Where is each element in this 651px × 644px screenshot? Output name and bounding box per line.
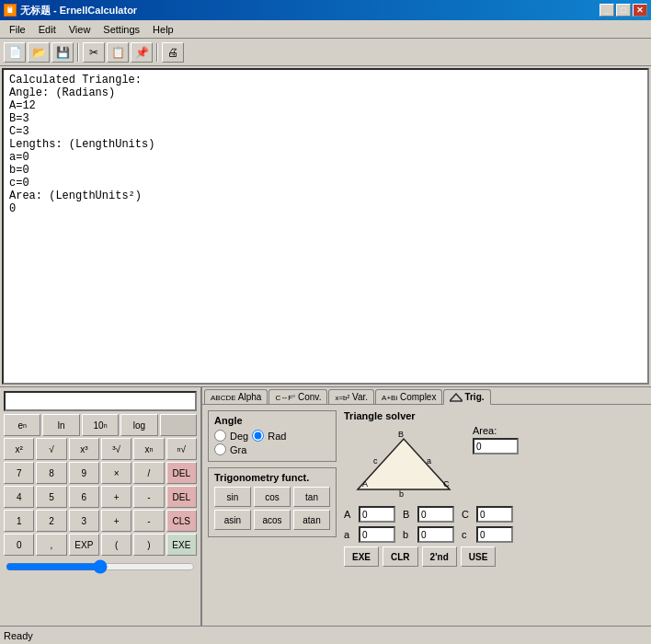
key-plus[interactable]: +: [101, 486, 131, 508]
new-button[interactable]: 📄: [4, 42, 26, 63]
key-dot[interactable]: ,: [36, 534, 66, 556]
angle-title: Angle: [214, 415, 330, 426]
key-cls[interactable]: CLS: [166, 510, 197, 532]
menu-file[interactable]: File: [4, 23, 31, 36]
minimize-button[interactable]: _: [600, 4, 614, 17]
tan-button[interactable]: tan: [293, 487, 330, 507]
angle-rad-label: Rad: [268, 431, 286, 442]
key-nrt[interactable]: n√: [166, 438, 197, 460]
print-button[interactable]: 🖨: [162, 42, 184, 63]
menu-edit[interactable]: Edit: [33, 23, 62, 36]
key-8[interactable]: 8: [36, 462, 66, 484]
key-plus2[interactable]: +: [101, 510, 131, 532]
tab-complex[interactable]: A+Bi Complex: [375, 389, 442, 404]
tab-var[interactable]: x=b² Var.: [328, 389, 374, 404]
key-rparen[interactable]: ): [133, 534, 164, 556]
menu-settings[interactable]: Settings: [97, 23, 145, 36]
asin-button[interactable]: asin: [214, 510, 251, 530]
trig-funct-title: Trigonometry funct.: [214, 472, 330, 483]
keypad: en ln 10n log x² √ x³ ³√ xn n√ 7 8 9: [0, 387, 202, 626]
sin-button[interactable]: sin: [214, 487, 251, 507]
tab-conv[interactable]: C↔F° Conv.: [268, 389, 327, 404]
acos-button[interactable]: acos: [254, 510, 291, 530]
second-button[interactable]: 2'nd: [422, 546, 457, 567]
key-5[interactable]: 5: [36, 486, 66, 508]
input-C[interactable]: [476, 506, 513, 523]
key-log[interactable]: log: [120, 414, 157, 436]
key-1[interactable]: 1: [4, 510, 34, 532]
angle-rad-radio[interactable]: [252, 430, 264, 442]
key-9[interactable]: 9: [69, 462, 99, 484]
triangle-svg: A B C c a b: [344, 425, 463, 499]
trig-funct-section: Trigonometry funct. sin cos tan asin aco…: [208, 467, 337, 537]
menu-help[interactable]: Help: [147, 23, 179, 36]
volume-slider[interactable]: [6, 559, 195, 574]
key-exe[interactable]: EXE: [166, 534, 197, 556]
key-minus[interactable]: -: [133, 486, 164, 508]
key-en[interactable]: en: [4, 414, 40, 436]
clr-button[interactable]: CLR: [383, 546, 418, 567]
triangle-solver: Triangle solver A B: [344, 410, 645, 620]
angle-deg-radio[interactable]: [214, 430, 226, 442]
solver-a-row: a: [344, 526, 395, 543]
key-exp[interactable]: EXP: [69, 534, 99, 556]
key-10n[interactable]: 10n: [82, 414, 119, 436]
label-c: c: [462, 529, 473, 540]
key-0[interactable]: 0: [4, 534, 34, 556]
key-x2[interactable]: x²: [4, 438, 34, 460]
output-line: Calculated Triangle:: [9, 74, 642, 86]
input-c[interactable]: [476, 526, 513, 543]
input-B[interactable]: [417, 506, 454, 523]
maximize-button[interactable]: □: [616, 4, 631, 17]
key-cbrt[interactable]: ³√: [101, 438, 131, 460]
svg-text:C: C: [443, 479, 450, 489]
action-buttons: EXE CLR 2'nd USE: [344, 546, 645, 567]
exe-button[interactable]: EXE: [344, 546, 379, 567]
close-button[interactable]: ✕: [633, 4, 647, 17]
key-sqrt[interactable]: √: [36, 438, 66, 460]
save-button[interactable]: 💾: [51, 42, 74, 63]
menu-view[interactable]: View: [63, 23, 97, 36]
keypad-row-6: 0 , EXP ( ) EXE: [4, 534, 197, 556]
display-input[interactable]: [4, 391, 197, 411]
key-2[interactable]: 2: [36, 510, 66, 532]
key-6[interactable]: 6: [69, 486, 99, 508]
status-bar: Ready: [0, 626, 651, 644]
angle-gra-radio[interactable]: [214, 443, 226, 455]
atan-button[interactable]: atan: [293, 510, 330, 530]
paste-button[interactable]: 📌: [131, 42, 153, 63]
input-a[interactable]: [359, 526, 395, 543]
cut-button[interactable]: ✂: [83, 42, 105, 63]
tab-trig[interactable]: Trig.: [443, 389, 490, 405]
area-input[interactable]: [473, 438, 519, 454]
key-div[interactable]: /: [133, 462, 164, 484]
output-line: a=0: [9, 151, 642, 164]
input-A[interactable]: [359, 506, 395, 523]
key-3[interactable]: 3: [69, 510, 99, 532]
copy-button[interactable]: 📋: [107, 42, 129, 63]
keypad-row-5: 1 2 3 + - CLS: [4, 510, 197, 532]
tab-alpha[interactable]: ABCDE Alpha: [204, 389, 268, 404]
use-button[interactable]: USE: [461, 546, 497, 567]
key-4[interactable]: 4: [4, 486, 34, 508]
solver-c-row: c: [462, 526, 513, 543]
main-content: Calculated Triangle: Angle: (Radians) A=…: [0, 66, 651, 626]
key-7[interactable]: 7: [4, 462, 34, 484]
key-minus2[interactable]: -: [133, 510, 164, 532]
tab-bar: ABCDE Alpha C↔F° Conv. x=b² Var. A+Bi Co…: [202, 387, 651, 405]
output-line: 0: [9, 202, 642, 215]
key-del[interactable]: DEL: [166, 462, 197, 484]
key-xn[interactable]: xn: [133, 438, 164, 460]
label-A: A: [344, 509, 355, 520]
toolbar-separator: [77, 43, 79, 62]
key-lparen[interactable]: (: [101, 534, 131, 556]
svg-marker-0: [450, 394, 463, 401]
key-ln[interactable]: ln: [42, 414, 79, 436]
cos-button[interactable]: cos: [254, 487, 291, 507]
output-line: c=0: [9, 177, 642, 190]
open-button[interactable]: 📂: [28, 42, 50, 63]
key-x3[interactable]: x³: [69, 438, 99, 460]
key-del2[interactable]: DEL: [166, 486, 197, 508]
key-mul[interactable]: ×: [101, 462, 131, 484]
input-b[interactable]: [417, 526, 454, 543]
